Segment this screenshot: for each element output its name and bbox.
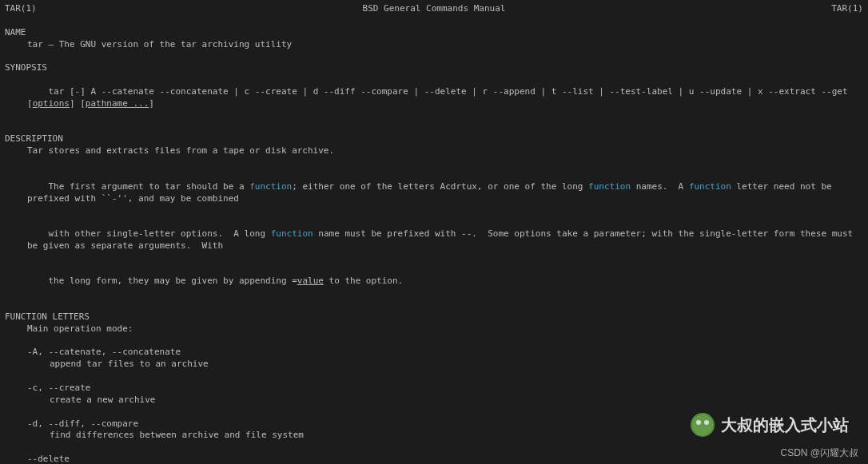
blank-line bbox=[5, 299, 863, 311]
option-desc: create a new archive bbox=[5, 395, 863, 406]
option-flag: --delete bbox=[5, 454, 863, 464]
desc-text: with other single-letter options. A long bbox=[49, 228, 271, 239]
blank-line bbox=[5, 335, 863, 347]
description-line1: Tar stores and extracts files from a tap… bbox=[5, 145, 863, 157]
section-description-title: DESCRIPTION bbox=[5, 133, 863, 145]
value-underline: value bbox=[297, 276, 324, 286]
options-underline: options bbox=[33, 98, 70, 109]
blank-line bbox=[5, 121, 863, 133]
blank-line bbox=[5, 15, 863, 27]
synopsis-mid: ] [ bbox=[70, 98, 86, 109]
blog-title: 大叔的嵌入式小站 bbox=[721, 414, 849, 436]
blank-line bbox=[5, 442, 863, 454]
blog-watermark: 大叔的嵌入式小站 bbox=[691, 413, 849, 437]
desc-text: to the option. bbox=[324, 276, 403, 286]
function-keyword: function bbox=[588, 181, 631, 192]
description-paragraph: with other single-letter options. A long… bbox=[5, 216, 863, 264]
description-paragraph: the long form, they may be given by appe… bbox=[5, 264, 863, 300]
blank-line bbox=[5, 50, 863, 62]
header-center: BSD General Commands Manual bbox=[363, 3, 506, 15]
csdn-footer: CSDN @闪耀大叔 bbox=[780, 446, 858, 459]
desc-text: the long form, they may be given by appe… bbox=[49, 276, 297, 286]
option-flag: -A, --catenate, --concatenate bbox=[5, 347, 863, 359]
pathname-underline: pathname ... bbox=[86, 98, 149, 109]
function-letters-subtitle: Main operation mode: bbox=[5, 323, 863, 335]
function-keyword: function bbox=[249, 181, 292, 192]
header-line: TAR(1) BSD General Commands Manual TAR(1… bbox=[5, 3, 863, 15]
section-name-body: tar — The GNU version of the tar archivi… bbox=[5, 39, 863, 51]
wechat-icon bbox=[691, 413, 715, 437]
header-left: TAR(1) bbox=[5, 3, 37, 15]
function-letters-list: -A, --catenate, --concatenateappend tar … bbox=[5, 347, 863, 464]
blank-line bbox=[5, 371, 863, 383]
function-keyword: function bbox=[271, 228, 313, 239]
synopsis-suffix: ] bbox=[149, 98, 154, 109]
man-page: TAR(1) BSD General Commands Manual TAR(1… bbox=[0, 0, 868, 464]
option-flag: -c, --create bbox=[5, 383, 863, 395]
desc-text: ; either one of the letters Acdrtux, or … bbox=[292, 181, 588, 192]
section-synopsis-title: SYNOPSIS bbox=[5, 62, 863, 74]
section-function-letters-title: FUNCTION LETTERS bbox=[5, 311, 863, 323]
desc-text: The first argument to tar should be a bbox=[49, 181, 250, 192]
description-paragraph: The first argument to tar should be a fu… bbox=[5, 169, 863, 216]
header-right: TAR(1) bbox=[831, 3, 863, 15]
section-synopsis-body: tar [-] A --catenate --concatenate | c -… bbox=[5, 74, 863, 121]
blank-line bbox=[5, 157, 863, 169]
desc-text: names. A bbox=[631, 181, 689, 192]
option-desc: append tar files to an archive bbox=[5, 359, 863, 371]
function-keyword: function bbox=[689, 181, 731, 192]
section-name-title: NAME bbox=[5, 27, 863, 39]
